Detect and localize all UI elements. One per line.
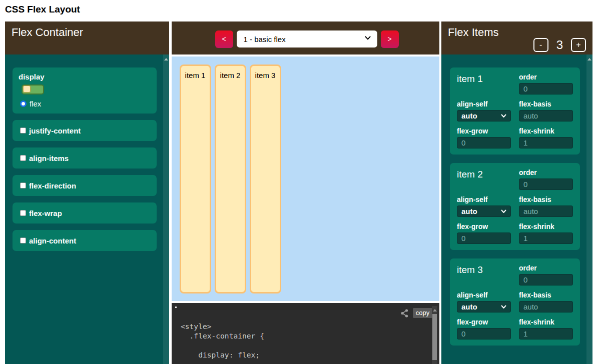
item-3-flex-shrink-input[interactable] — [519, 328, 573, 340]
item-3-flex-grow-input[interactable] — [457, 328, 511, 340]
align-self-value: auto — [461, 302, 477, 311]
item-1-flex-basis-input[interactable] — [519, 110, 573, 122]
next-preset-button[interactable]: > — [381, 30, 399, 48]
flex-items-body: item 1 order align-self auto — [441, 54, 592, 364]
copy-button[interactable]: copy — [413, 308, 432, 318]
display-flex-option: flex — [20, 100, 151, 108]
add-item-button[interactable]: + — [571, 38, 586, 52]
item-3-title: item 3 — [457, 264, 511, 286]
remove-item-button[interactable]: - — [533, 38, 548, 52]
preview-item-1[interactable]: item 1 — [180, 64, 211, 294]
align-self-label: align-self — [457, 196, 511, 204]
code-block: <style> .flex-container { display: flex; — [181, 322, 427, 360]
justify-content-label: justify-content — [29, 126, 81, 135]
code-line: display: flex; — [181, 350, 427, 360]
flex-container-panel: Flex Container display flex justify-cont… — [5, 22, 169, 364]
item-3-order-input[interactable] — [519, 274, 573, 286]
scroll-up-icon[interactable] — [433, 309, 437, 312]
preset-select[interactable]: 1 - basic flex — [237, 30, 377, 48]
toggle-knob-icon — [23, 86, 31, 92]
chevron-down-icon — [501, 114, 506, 118]
flex-direction-label: flex-direction — [29, 182, 76, 190]
justify-content-card: justify-content — [13, 120, 157, 141]
display-toggle[interactable] — [22, 84, 44, 94]
flex-wrap-label: flex-wrap — [29, 209, 62, 218]
align-items-checkbox[interactable] — [20, 155, 26, 161]
item-2-flex-basis-input[interactable] — [519, 206, 573, 217]
align-items-card: align-items — [13, 148, 157, 168]
order-label: order — [519, 169, 573, 176]
item-1-flex-grow-input[interactable] — [457, 137, 511, 148]
share-icon[interactable] — [400, 308, 409, 318]
flex-container-body: display flex justify-content align-item — [5, 54, 169, 364]
item-2-align-self-select[interactable]: auto — [457, 206, 511, 217]
code-line: .flex-container { — [181, 331, 427, 340]
code-panel: copy <style> .flex-container { display: … — [172, 303, 439, 364]
item-2-title: item 2 — [457, 169, 511, 190]
chevron-down-icon — [365, 36, 371, 40]
preview-item-3[interactable]: item 3 — [250, 64, 281, 294]
flex-shrink-label: flex-shrink — [519, 128, 573, 135]
chevron-down-icon — [501, 305, 506, 309]
list-bullet-icon — [175, 306, 177, 308]
align-content-checkbox[interactable] — [20, 238, 26, 244]
align-content-card: align-content — [13, 230, 157, 251]
align-self-label: align-self — [457, 292, 511, 299]
align-items-label: align-items — [29, 154, 69, 162]
item-1-flex-shrink-input[interactable] — [519, 137, 573, 148]
item-3-align-self-select[interactable]: auto — [457, 301, 511, 312]
prev-preset-button[interactable]: < — [215, 30, 233, 48]
flex-grow-label: flex-grow — [457, 318, 511, 326]
preset-select-value: 1 - basic flex — [244, 35, 286, 44]
order-label: order — [519, 74, 573, 81]
main-columns: Flex Container display flex justify-cont… — [5, 22, 600, 364]
right-panel-scrollbar[interactable] — [586, 54, 592, 364]
item-count: 3 — [556, 38, 563, 52]
order-label: order — [519, 264, 573, 272]
flex-radio-label: flex — [30, 100, 41, 108]
left-panel-scrollbar[interactable] — [163, 54, 169, 364]
flex-shrink-label: flex-shrink — [519, 223, 573, 230]
flex-radio[interactable] — [20, 100, 27, 107]
flex-items-header: Flex Items - 3 + — [441, 22, 592, 54]
flex-items-panel: Flex Items - 3 + item 1 order align-self — [441, 22, 592, 364]
align-self-label: align-self — [457, 100, 511, 108]
chevron-down-icon — [501, 210, 506, 214]
item-1-card: item 1 order align-self auto — [450, 68, 580, 154]
item-1-title: item 1 — [457, 74, 511, 94]
flex-items-title: Flex Items — [448, 26, 586, 38]
justify-content-checkbox[interactable] — [20, 128, 26, 134]
code-scrollbar[interactable] — [432, 306, 437, 364]
preview-item-2[interactable]: item 2 — [215, 64, 246, 294]
item-2-flex-shrink-input[interactable] — [519, 232, 573, 244]
align-self-value: auto — [461, 207, 477, 216]
flex-shrink-label: flex-shrink — [519, 318, 573, 326]
flex-container-title: Flex Container — [12, 26, 163, 38]
flex-basis-label: flex-basis — [519, 100, 573, 108]
code-toolbar: copy — [400, 308, 432, 318]
flex-direction-checkbox[interactable] — [20, 182, 26, 188]
code-line: <style> — [181, 322, 427, 331]
item-2-card: item 2 order align-self auto — [450, 163, 580, 250]
code-line — [181, 340, 427, 350]
flex-preview-container: item 1 item 2 item 3 — [172, 56, 439, 301]
align-self-value: auto — [461, 112, 477, 120]
item-1-align-self-select[interactable]: auto — [457, 110, 511, 122]
preview-column: < 1 - basic flex > item 1 item 2 item 3 — [172, 22, 439, 364]
flex-wrap-card: flex-wrap — [13, 202, 157, 224]
flex-wrap-checkbox[interactable] — [20, 210, 26, 216]
item-2-flex-grow-input[interactable] — [457, 232, 511, 244]
item-3-card: item 3 order align-self auto — [450, 258, 580, 346]
item-2-order-input[interactable] — [519, 178, 573, 190]
item-1-order-input[interactable] — [519, 83, 573, 94]
item-3-flex-basis-input[interactable] — [519, 301, 573, 312]
align-content-label: align-content — [29, 236, 76, 245]
flex-container-header: Flex Container — [5, 22, 169, 54]
scroll-up-icon[interactable] — [587, 58, 591, 60]
item-count-controls: - 3 + — [448, 38, 586, 52]
display-card: display flex — [13, 68, 157, 114]
flex-grow-label: flex-grow — [457, 128, 511, 135]
code-scrollbar-thumb[interactable] — [432, 314, 437, 360]
page-title: CSS Flex Layout — [0, 0, 600, 15]
scroll-up-icon[interactable] — [164, 58, 168, 60]
